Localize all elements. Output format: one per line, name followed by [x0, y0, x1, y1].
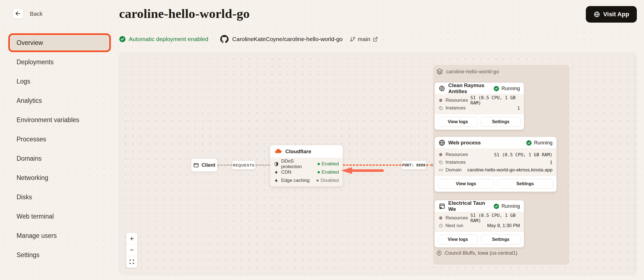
- sidebar-item-manage-users[interactable]: Manage users: [10, 228, 109, 243]
- github-repo-link[interactable]: CarolineKateCoyne/caroline-hello-world-g…: [220, 35, 342, 43]
- clock-icon: [439, 224, 443, 228]
- location-label: Council Bluffs, Iowa (us-central1): [445, 250, 517, 256]
- browser-icon: [193, 162, 199, 168]
- feature-status: Enabled: [318, 169, 339, 175]
- row-label: Resources: [446, 152, 468, 157]
- sidebar-item-label: Deployments: [17, 58, 53, 66]
- arrow-left-icon: [15, 10, 21, 17]
- cloudflare-node: Cloudflare DDoS protection Enabled CDN E…: [270, 145, 343, 187]
- canvas-zoom-controls: + −: [126, 233, 138, 268]
- sidebar-item-analytics[interactable]: Analytics: [10, 93, 109, 108]
- feature-row-ddos: DDoS protection Enabled: [274, 160, 339, 168]
- feature-row-edge-caching: Edge caching Disabled: [274, 176, 339, 185]
- client-label: Client: [202, 162, 215, 168]
- running-badge: Running: [493, 203, 520, 209]
- deployment-status-label: Automatic deployment enabled: [129, 36, 208, 42]
- settings-button[interactable]: Settings: [481, 117, 521, 127]
- sidebar-item-label: Domains: [17, 155, 42, 162]
- process-title: Clean Raymus Antilles: [448, 82, 490, 95]
- client-node: Client: [191, 158, 218, 172]
- view-logs-button[interactable]: View logs: [438, 235, 478, 244]
- sidebar-item-environment-variables[interactable]: Environment variables: [10, 113, 109, 127]
- repo-name: CarolineKateCoyne/caroline-hello-world-g…: [232, 36, 342, 42]
- zoom-out-button[interactable]: −: [126, 244, 137, 256]
- settings-button[interactable]: Settings: [497, 179, 553, 189]
- branch-link[interactable]: main: [350, 36, 378, 42]
- globe-icon: [439, 139, 445, 146]
- running-badge: Running: [526, 140, 552, 146]
- sidebar-item-label: Logs: [17, 78, 30, 85]
- sidebar-item-label: Networking: [17, 174, 48, 182]
- external-link-icon: [373, 37, 378, 42]
- visit-app-label: Visit App: [603, 11, 629, 18]
- settings-button[interactable]: Settings: [481, 235, 521, 244]
- row-label: Domain: [446, 167, 462, 173]
- app-group-label: caroline-hello-world-go: [436, 68, 499, 75]
- resources-row: Resources S1 (0.5 CPU, 1 GB RAM): [439, 96, 520, 104]
- sidebar-item-processes[interactable]: Processes: [10, 132, 109, 146]
- process-title: Electrical Taun We: [448, 200, 490, 212]
- globe-icon: [594, 11, 600, 18]
- connector-port-webprocess: [426, 165, 432, 166]
- check-circle-icon: [493, 203, 499, 209]
- bolt-icon: [274, 178, 279, 183]
- sidebar-item-logs[interactable]: Logs: [10, 74, 109, 88]
- domain-row: Domain caroline-hello-world-go-ekmss.kin…: [439, 166, 552, 174]
- row-value: S1 (0.5 CPU, 1 GB RAM): [470, 213, 520, 223]
- instances-icon: [439, 106, 443, 110]
- sidebar-item-networking[interactable]: Networking: [10, 171, 109, 185]
- connector-client-requests: [218, 165, 232, 166]
- back-button[interactable]: [13, 8, 23, 19]
- status-dot: [318, 163, 320, 165]
- datacenter-location: Council Bluffs, Iowa (us-central1): [436, 250, 517, 256]
- check-circle-icon: [526, 140, 532, 146]
- process-card-header: Web process Running: [435, 137, 556, 149]
- resources-gear-icon: [439, 98, 443, 103]
- status-text: Running: [501, 86, 520, 91]
- github-icon: [220, 35, 229, 43]
- view-logs-button[interactable]: View logs: [438, 179, 494, 189]
- row-label: Resources: [446, 215, 468, 221]
- process-card-web: Web process Running Resources S1 (0.5 CP…: [434, 137, 557, 192]
- status-text: Running: [501, 203, 520, 209]
- process-card-actions: View logs Settings: [435, 114, 524, 130]
- cloudflare-title: Cloudflare: [285, 149, 311, 155]
- link-icon: [439, 168, 443, 172]
- topology-canvas[interactable]: caroline-hello-world-go Client REQUESTS …: [119, 53, 637, 275]
- cloudflare-header: Cloudflare: [270, 145, 343, 158]
- connector-cloudflare-port: [343, 165, 401, 166]
- instances-icon: [439, 160, 443, 165]
- requests-text: REQUESTS: [233, 163, 255, 167]
- process-title: Web process: [448, 140, 481, 146]
- sidebar-item-label: Environment variables: [17, 116, 79, 124]
- resources-row: Resources S1 (0.5 CPU, 1 GB RAM): [439, 151, 552, 158]
- sidebar-item-deployments[interactable]: Deployments: [10, 55, 109, 69]
- fit-view-icon: [129, 259, 134, 264]
- view-logs-button[interactable]: View logs: [438, 117, 478, 127]
- sidebar-item-web-terminal[interactable]: Web terminal: [10, 209, 109, 224]
- cloudflare-features: DDoS protection Enabled CDN Enabled Edge…: [270, 158, 343, 186]
- sidebar-item-domains[interactable]: Domains: [10, 151, 109, 166]
- sidebar-item-label: Disks: [17, 193, 32, 201]
- fit-view-button[interactable]: [126, 256, 137, 268]
- feature-label: CDN: [281, 169, 291, 175]
- visit-app-button[interactable]: Visit App: [586, 6, 637, 23]
- app-group-name: caroline-hello-world-go: [446, 69, 499, 75]
- bolt-icon: [274, 170, 279, 175]
- sidebar-item-label: Overview: [17, 39, 43, 47]
- port-edge-label: PORT: 8080: [401, 161, 426, 169]
- sidebar-item-disks[interactable]: Disks: [10, 190, 109, 204]
- process-card-actions: View logs Settings: [435, 176, 556, 192]
- process-card-actions: View logs Settings: [435, 232, 524, 247]
- sidebar-item-overview[interactable]: Overview: [10, 36, 109, 50]
- feature-status: Enabled: [318, 161, 339, 167]
- sidebar-item-label: Analytics: [17, 97, 42, 104]
- calendar-clock-icon: [439, 203, 445, 209]
- process-card-body: Resources S1 (0.5 CPU, 1 GB RAM) Next ru…: [435, 212, 524, 232]
- zoom-in-button[interactable]: +: [126, 233, 137, 244]
- resources-row: Resources S1 (0.5 CPU, 1 GB RAM): [439, 214, 520, 222]
- feature-label: Edge caching: [281, 178, 310, 183]
- sidebar-item-settings[interactable]: Settings: [10, 248, 109, 262]
- running-badge: Running: [493, 86, 520, 91]
- process-card-cron: Electrical Taun We Running Resources S1 …: [434, 200, 524, 247]
